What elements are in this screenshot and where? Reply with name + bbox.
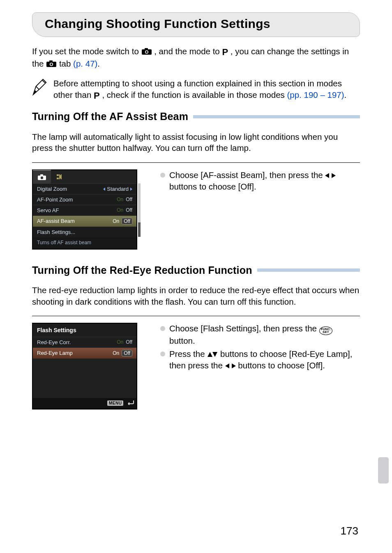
func-set-button-icon: FUNC.SET — [319, 326, 332, 335]
svg-point-10 — [41, 176, 43, 179]
menu-item-value: OnOff — [117, 339, 132, 345]
main-title-bar: Changing Shooting Function Settings — [32, 12, 360, 37]
section-heading-redeye: Turning Off the Red-Eye Reduction Functi… — [32, 264, 360, 276]
on-dim: On — [117, 339, 123, 345]
menu-item-value: OnOff — [117, 197, 132, 202]
intro-paragraph: If you set the mode switch to , and the … — [32, 46, 360, 69]
text-2: button. — [169, 336, 195, 345]
main-title: Changing Shooting Function Settings — [45, 17, 349, 31]
bullet-row: Choose [Flash Settings], then press the … — [160, 323, 360, 347]
menu-list: Digital Zoom Standard AF-Point Zoom OnOf… — [33, 183, 136, 237]
menu-item-value: Standard — [103, 186, 132, 192]
bullet-text: Choose [Flash Settings], then press the … — [169, 323, 360, 347]
menu-item-digital-zoom[interactable]: Digital Zoom Standard — [33, 183, 136, 194]
af-instructions: Choose [AF-assist Beam], then press the … — [160, 169, 360, 194]
menu-body: Red-Eye Corr. OnOff Red-Eye Lamp OnOff — [33, 337, 136, 398]
page-ref-link[interactable]: (p. 47) — [73, 59, 97, 68]
camera-menu-screenshot-redeye: Flash Settings Red-Eye Corr. OnOff Red-E… — [32, 323, 137, 410]
funcset-line2: SET — [323, 330, 329, 334]
bullet-dot-icon — [160, 326, 165, 331]
menu-footer: MENU — [33, 398, 136, 409]
text-3: buttons to choose [Off]. — [238, 361, 325, 370]
scrollbar-thumb[interactable] — [138, 183, 141, 222]
menu-blank-area — [33, 359, 136, 398]
value-text: Off — [122, 350, 132, 356]
value-text: Standard — [107, 186, 129, 192]
intro-text-5: . — [97, 59, 100, 68]
menu-item-label: Red-Eye Corr. — [37, 339, 71, 345]
page-number: 173 — [341, 525, 358, 537]
pencil-note-icon — [32, 78, 48, 96]
flash-settings-menu: Flash Settings Red-Eye Corr. OnOff Red-E… — [32, 323, 137, 410]
intro-text-2: , and the mode to — [154, 46, 222, 56]
menu-item-af-point-zoom[interactable]: AF-Point Zoom OnOff — [33, 194, 136, 205]
svg-point-7 — [51, 63, 53, 65]
value-text: Off — [126, 339, 132, 345]
menu-item-label: Red-Eye Lamp — [37, 350, 73, 356]
left-arrow-icon — [103, 187, 105, 191]
section-desc-af: The lamp will automatically light to ass… — [32, 131, 360, 154]
notice-block: Before attempting to shoot using a funct… — [32, 78, 360, 102]
menu-item-red-eye-lamp[interactable]: Red-Eye Lamp OnOff — [33, 347, 136, 359]
bullet-dot-icon — [160, 173, 165, 178]
redeye-instructions: Choose [Flash Settings], then press the … — [160, 323, 360, 373]
left-right-buttons-icon — [225, 360, 236, 372]
section-heading-af: Turning Off the AF Assist Beam — [32, 111, 360, 123]
bullet-row: Press the buttons to choose [Red-Eye Lam… — [160, 348, 360, 372]
svg-marker-12 — [332, 173, 336, 178]
menu-tabs — [33, 170, 136, 183]
page-root: Changing Shooting Function Settings If y… — [0, 0, 392, 553]
notice-text: Before attempting to shoot using a funct… — [53, 78, 360, 102]
svg-marker-16 — [232, 363, 236, 368]
menu-item-value: OnOff — [113, 350, 132, 356]
svg-marker-13 — [208, 352, 212, 357]
svg-marker-14 — [212, 352, 217, 357]
menu-item-red-eye-corr[interactable]: Red-Eye Corr. OnOff — [33, 337, 136, 347]
heading-rule — [257, 268, 360, 272]
value-text: Off — [122, 218, 132, 224]
af-block: Digital Zoom Standard AF-Point Zoom OnOf… — [32, 169, 360, 250]
menu-item-value: OnOff — [117, 207, 132, 213]
menu-item-flash-settings[interactable]: Flash Settings... — [33, 227, 136, 237]
section-title: Turning Off the Red-Eye Reduction Functi… — [32, 264, 252, 276]
on-dim: On — [117, 207, 123, 213]
svg-marker-15 — [225, 363, 229, 368]
divider — [32, 316, 360, 316]
intro-text-1: If you set the mode switch to — [32, 46, 141, 56]
intro-text-4: tab — [59, 59, 73, 68]
left-right-buttons-icon — [325, 170, 336, 181]
menu-item-servo-af[interactable]: Servo AF OnOff — [33, 205, 136, 215]
page-ref-link[interactable]: (pp. 190 – 197) — [287, 90, 344, 99]
menu-item-af-assist-beam[interactable]: AF-assist Beam OnOff — [33, 215, 136, 227]
p-mode-icon: P — [222, 46, 228, 58]
menu-button-label[interactable]: MENU — [107, 400, 123, 406]
value-text: Off — [126, 197, 132, 202]
section-desc-redeye: The red-eye reduction lamp lights in ord… — [32, 285, 360, 307]
menu-item-label: AF-Point Zoom — [37, 197, 73, 203]
menu-header: Flash Settings — [33, 324, 136, 337]
camera-icon — [141, 48, 152, 55]
redeye-block: Flash Settings Red-Eye Corr. OnOff Red-E… — [32, 323, 360, 410]
text-1: Choose [AF-assist Beam], then press the — [169, 170, 325, 180]
menu-item-label: Flash Settings... — [37, 229, 75, 235]
svg-rect-1 — [145, 48, 148, 50]
right-arrow-icon — [130, 187, 132, 191]
menu-item-label: AF-assist Beam — [37, 218, 75, 224]
bullet-row: Choose [AF-assist Beam], then press the … — [160, 169, 360, 192]
p-mode-icon: P — [94, 90, 100, 102]
menu-item-label: Servo AF — [37, 207, 59, 213]
value-text: Off — [126, 207, 132, 213]
camera-menu-screenshot-af: Digital Zoom Standard AF-Point Zoom OnOf… — [32, 169, 137, 250]
notice-text-2: , check if the function is available in … — [102, 90, 287, 99]
svg-point-3 — [145, 51, 148, 53]
menu-footer-hint: Turns off AF assist beam — [33, 237, 136, 249]
text-1: Press the — [169, 349, 207, 359]
divider — [32, 162, 360, 163]
svg-rect-9 — [40, 174, 43, 176]
notice-text-3: . — [344, 90, 347, 99]
tab-shooting[interactable] — [33, 170, 51, 184]
tab-setup[interactable] — [51, 170, 69, 183]
side-index-tab — [378, 457, 389, 484]
text-1: Choose [Flash Settings], then press the — [169, 324, 319, 333]
svg-marker-11 — [325, 173, 329, 178]
